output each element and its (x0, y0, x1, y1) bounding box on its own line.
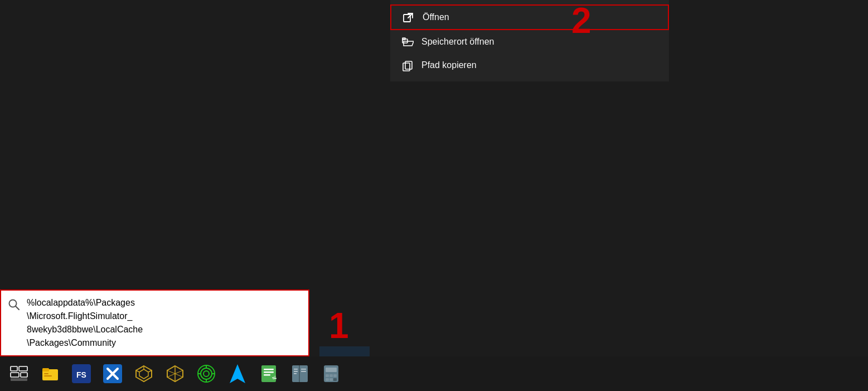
context-menu: Öffnen Speicherort öffnen Pfad kopier (390, 0, 669, 81)
svg-rect-40 (264, 369, 274, 370)
svg-rect-11 (21, 373, 27, 377)
svg-rect-10 (11, 373, 19, 377)
context-menu-open-location[interactable]: Speicherort öffnen (390, 30, 669, 54)
svg-rect-15 (44, 373, 49, 374)
search-query: %localappdata%\Packages\Microsoft.Flight… (27, 296, 143, 350)
svg-rect-50 (301, 371, 306, 372)
taskbar-target[interactable] (192, 359, 221, 388)
svg-rect-49 (301, 369, 306, 370)
svg-rect-42 (264, 374, 270, 376)
svg-rect-54 (329, 374, 333, 377)
svg-rect-56 (326, 378, 329, 381)
step-number-1: 1 (329, 305, 349, 346)
context-menu-open[interactable]: Öffnen (390, 4, 669, 30)
svg-rect-14 (42, 368, 49, 371)
target-icon (196, 364, 216, 384)
taskbar-plane[interactable] (223, 359, 252, 388)
svg-text:FS: FS (76, 370, 86, 379)
svg-rect-4 (405, 61, 412, 69)
box1-icon (134, 364, 154, 384)
svg-rect-53 (326, 374, 329, 377)
taskview-icon (9, 364, 29, 384)
svg-rect-45 (299, 365, 300, 382)
svg-marker-38 (230, 364, 245, 383)
context-menu-copy-path[interactable]: Pfad kopieren (390, 54, 669, 77)
taskbar-file-explorer[interactable] (36, 359, 65, 388)
search-box[interactable]: %localappdata%\Packages\Microsoft.Flight… (0, 289, 309, 356)
svg-rect-16 (44, 375, 52, 376)
svg-rect-41 (264, 371, 274, 373)
copy-path-label: Pfad kopieren (421, 60, 477, 70)
search-icon (8, 296, 20, 311)
explorer-icon (40, 364, 60, 384)
svg-rect-12 (11, 378, 27, 381)
taskbar-box1[interactable] (129, 359, 158, 388)
taskbar-taskview[interactable] (4, 359, 33, 388)
flightsim-icon: FS (71, 364, 91, 384)
taskbar-book[interactable] (285, 359, 314, 388)
svg-rect-5 (403, 63, 410, 71)
taskbar: FS (0, 356, 868, 391)
taskbar-flight-sim[interactable]: FS (67, 359, 96, 388)
folder-open-icon (401, 36, 414, 48)
notes-icon (259, 364, 279, 384)
taskbar-app-x[interactable] (98, 359, 127, 388)
svg-rect-46 (294, 369, 298, 370)
svg-line-7 (16, 306, 19, 310)
plane-icon (227, 364, 248, 384)
svg-rect-57 (329, 378, 333, 381)
svg-rect-9 (19, 366, 27, 371)
svg-rect-0 (404, 15, 410, 22)
svg-rect-47 (294, 371, 298, 372)
open-external-icon (403, 11, 415, 23)
calc-icon (321, 364, 341, 384)
svg-rect-52 (326, 368, 337, 372)
copy-path-icon (401, 59, 414, 71)
svg-rect-8 (11, 366, 17, 371)
svg-rect-58 (333, 378, 337, 381)
open-label: Öffnen (423, 12, 449, 22)
book-icon (290, 364, 310, 384)
box2-icon (165, 364, 185, 384)
step-number-2: 2 (571, 0, 591, 41)
taskbar-calc[interactable] (317, 359, 346, 388)
desktop: Öffnen Speicherort öffnen Pfad kopier (0, 0, 868, 391)
appx-icon (103, 364, 123, 384)
open-location-label: Speicherort öffnen (421, 37, 494, 47)
svg-rect-55 (333, 374, 337, 377)
svg-marker-23 (139, 369, 148, 379)
svg-point-32 (201, 368, 212, 379)
taskbar-box2[interactable] (161, 359, 190, 388)
svg-rect-48 (294, 373, 297, 374)
svg-point-33 (203, 371, 209, 376)
taskbar-notes[interactable] (254, 359, 283, 388)
